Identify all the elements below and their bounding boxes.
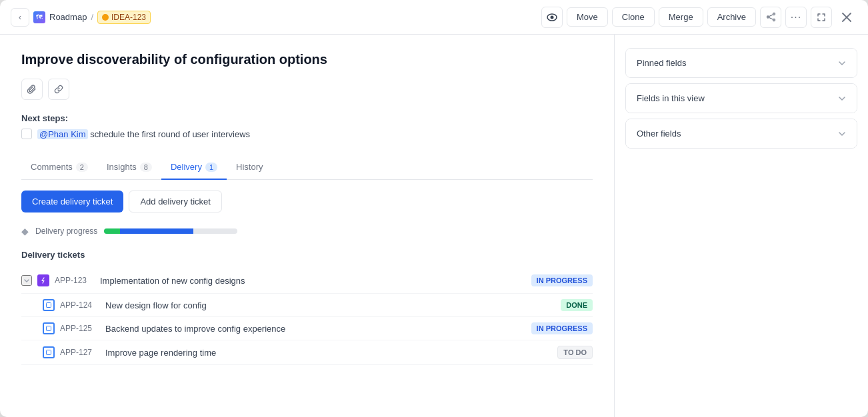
other-fields-title: Other fields	[637, 129, 681, 139]
breadcrumb-separator: /	[91, 12, 93, 22]
add-delivery-ticket-button[interactable]: Add delivery ticket	[129, 191, 222, 212]
move-button[interactable]: Move	[567, 7, 608, 27]
collapse-icon: ‹	[19, 13, 21, 22]
expand-row-button[interactable]	[21, 275, 32, 286]
expand-icon	[817, 13, 826, 22]
svg-line-6	[769, 17, 773, 19]
status-badge: IN PROGRESS	[531, 274, 593, 286]
tab-comments[interactable]: Comments 2	[21, 155, 97, 180]
ticket-name: Implementation of new config designs	[100, 276, 526, 286]
ticket-name: Backend updates to improve config experi…	[105, 324, 526, 334]
watch-button[interactable]	[541, 7, 563, 28]
more-icon: ···	[791, 11, 801, 23]
ticket-id: APP-123	[55, 276, 95, 285]
tab-comments-label: Comments	[31, 162, 73, 172]
other-fields-header[interactable]: Other fields	[626, 119, 857, 148]
table-row: APP-127 Improve page rendering time TO D…	[21, 340, 593, 365]
progress-bar	[104, 228, 237, 234]
close-button[interactable]	[836, 7, 857, 28]
create-delivery-ticket-button[interactable]: Create delivery ticket	[21, 191, 123, 212]
tab-insights-label: Insights	[107, 162, 137, 172]
tabs-bar: Comments 2 Insights 8 Delivery 1 History	[21, 155, 593, 180]
svg-rect-8	[47, 326, 51, 331]
other-fields-section: Other fields	[625, 119, 857, 149]
progress-label: Delivery progress	[35, 226, 97, 236]
svg-point-4	[773, 19, 775, 21]
svg-line-5	[769, 15, 773, 17]
topbar-left: ‹ 🗺 Roadmap / IDEA-123	[11, 8, 536, 27]
pinned-fields-section: Pinned fields	[625, 48, 857, 78]
collapse-button[interactable]: ‹	[11, 8, 29, 27]
chevron-down-icon	[23, 277, 30, 284]
pinned-fields-header[interactable]: Pinned fields	[626, 49, 857, 77]
content-area: Improve discoverability of configuration…	[0, 35, 868, 417]
progress-diamond-icon: ◆	[21, 226, 29, 236]
ticket-id: APP-127	[60, 348, 100, 357]
status-badge: TO DO	[557, 346, 593, 359]
chevron-down-icon	[838, 130, 846, 138]
attach-button[interactable]	[21, 79, 43, 100]
task-description: schedule the first round of user intervi…	[88, 129, 251, 139]
breadcrumb: 🗺 Roadmap / IDEA-123	[33, 11, 151, 24]
ticket-type-icon	[43, 299, 55, 311]
status-badge: IN PROGRESS	[531, 322, 593, 334]
next-steps-section: Next steps: @Phan Kim schedule the first…	[21, 113, 593, 139]
ticket-id: APP-124	[60, 300, 100, 310]
archive-button[interactable]: Archive	[707, 7, 756, 27]
page-title: Improve discoverability of configuration…	[21, 51, 593, 68]
table-row: APP-124 New design flow for config DONE	[21, 294, 593, 317]
svg-rect-9	[47, 350, 51, 355]
right-panel: Pinned fields Fields in this view Other …	[615, 35, 868, 417]
share-icon	[766, 12, 776, 22]
attach-icon	[27, 85, 37, 94]
pinned-fields-title: Pinned fields	[637, 58, 686, 68]
story-icon	[46, 350, 51, 355]
view-fields-header[interactable]: Fields in this view	[626, 84, 857, 113]
svg-point-2	[773, 13, 775, 15]
editor-toolbar	[21, 79, 593, 100]
lightning-icon	[40, 277, 47, 284]
tab-insights-badge: 8	[140, 163, 152, 172]
tab-delivery-label: Delivery	[171, 162, 202, 172]
task-item: @Phan Kim schedule the first round of us…	[21, 129, 593, 139]
ticket-id: APP-125	[60, 324, 100, 333]
story-icon	[46, 302, 51, 308]
status-badge: DONE	[561, 299, 593, 311]
tab-history-label: History	[236, 162, 263, 172]
ticket-type-icon	[43, 322, 55, 334]
svg-rect-7	[47, 303, 51, 308]
svg-point-3	[767, 16, 769, 18]
ticket-type-icon	[43, 346, 55, 358]
tab-delivery[interactable]: Delivery 1	[161, 155, 227, 180]
delivery-progress: ◆ Delivery progress	[21, 226, 593, 236]
task-text: @Phan Kim schedule the first round of us…	[37, 129, 250, 139]
close-icon	[842, 13, 851, 22]
next-steps-label: Next steps:	[21, 113, 593, 123]
mention[interactable]: @Phan Kim	[37, 129, 88, 139]
view-fields-title: Fields in this view	[637, 93, 705, 103]
link-button[interactable]	[48, 79, 69, 100]
merge-button[interactable]: Merge	[659, 7, 703, 27]
tab-insights[interactable]: Insights 8	[97, 155, 161, 180]
delivery-tickets-label: Delivery tickets	[21, 250, 593, 260]
topbar: ‹ 🗺 Roadmap / IDEA-123 Move Clone	[0, 0, 868, 35]
story-icon	[46, 326, 51, 331]
topbar-right: Move Clone Merge Archive ···	[541, 7, 857, 28]
chevron-down-icon	[838, 59, 846, 67]
view-fields-section: Fields in this view	[625, 83, 857, 113]
progress-done-segment	[104, 228, 120, 234]
action-buttons: Create delivery ticket Add delivery tick…	[21, 191, 593, 212]
table-row: APP-125 Backend updates to improve confi…	[21, 317, 593, 340]
chevron-down-icon	[838, 95, 846, 103]
share-button[interactable]	[760, 7, 781, 28]
more-button[interactable]: ···	[785, 7, 807, 28]
tab-history[interactable]: History	[227, 155, 272, 180]
clone-button[interactable]: Clone	[612, 7, 655, 27]
task-checkbox[interactable]	[21, 129, 32, 139]
ticket-type-icon	[37, 274, 49, 286]
idea-badge[interactable]: IDEA-123	[97, 11, 151, 24]
tab-delivery-badge: 1	[205, 163, 217, 172]
workspace-label[interactable]: Roadmap	[49, 12, 87, 22]
expand-button[interactable]	[811, 7, 832, 28]
progress-inprogress-segment	[120, 228, 193, 234]
